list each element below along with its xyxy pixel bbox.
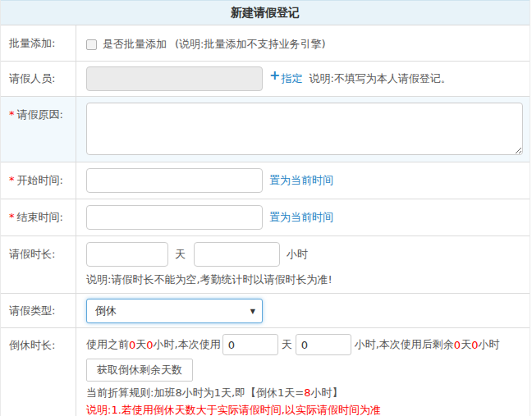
field-label-daoxiu-duration: 倒休时长: <box>1 328 76 416</box>
leave-type-selected-value: 倒休 <box>95 304 117 318</box>
field-label-start-time: *开始时间: <box>1 162 76 199</box>
unit-hour-label: 小时 <box>287 247 308 262</box>
end-time-input[interactable] <box>86 205 263 230</box>
leave-duration-content: 天 小时 说明:请假时长不能为空,考勤统计时以请假时长为准! <box>76 236 530 293</box>
duration-days-input[interactable] <box>86 242 168 267</box>
plus-icon: + <box>269 67 280 83</box>
assign-person-link[interactable]: 指定 <box>281 71 302 86</box>
field-label-text: 结束时间: <box>17 211 63 223</box>
unit-day-label: 天 <box>175 247 186 262</box>
daoxiu-remaining-days: 0 <box>454 339 461 351</box>
leave-type-content: 倒休 ▼ <box>76 294 530 327</box>
daoxiu-warning-note: 说明:1.若使用倒休天数大于实际请假时间,以实际请假时间为准 <box>86 404 530 416</box>
leave-reason-content <box>76 97 530 162</box>
daoxiu-text: 小时 <box>478 337 499 352</box>
field-label-text: 请假类型: <box>9 304 55 317</box>
get-daoxiu-remaining-button[interactable]: 获取倒休剩余天数 <box>86 359 193 382</box>
required-asterisk: * <box>9 108 15 121</box>
leave-reason-textarea[interactable] <box>86 103 523 155</box>
rule-text: 当前折算规则:加班8小时为1天,即【倒休1天= <box>86 386 304 399</box>
form-row-leave-duration: 请假时长: 天 小时 说明:请假时长不能为空,考勤统计时以请假时长为准! <box>1 236 530 294</box>
daoxiu-before-hours: 0 <box>146 339 153 351</box>
daoxiu-text: 小时,本次使用后剩余 <box>355 337 454 352</box>
field-label-leave-person: 请假人员: <box>1 62 76 96</box>
batch-add-content: 是否批量添加 (说明:批量添加不支持业务引擎) <box>76 25 530 61</box>
field-label-end-time: *结束时间: <box>1 199 76 235</box>
set-current-time-link-end[interactable]: 置为当前时间 <box>269 210 333 225</box>
form-title: 新建请假登记 <box>1 0 530 25</box>
daoxiu-text: 天 <box>135 337 146 352</box>
required-asterisk: * <box>9 211 15 223</box>
field-label-leave-reason: *请假原因: <box>1 97 76 162</box>
chevron-down-icon: ▼ <box>250 308 255 315</box>
duration-hours-input[interactable] <box>194 242 280 267</box>
leave-person-input <box>86 66 263 91</box>
field-label-text: 倒休时长: <box>9 339 55 351</box>
daoxiu-before-days: 0 <box>129 339 135 351</box>
daoxiu-usage-line: 使用之前0天0小时,本次使用 天 小时,本次使用后剩余0天0小时 <box>86 334 530 355</box>
field-label-text: 批量添加: <box>9 37 55 49</box>
form-row-leave-person: 请假人员: + 指定 说明:不填写为本人请假登记。 <box>1 62 530 97</box>
daoxiu-use-hours-input[interactable] <box>296 334 351 355</box>
field-label-text: 请假人员: <box>9 72 55 85</box>
field-label-text: 请假时长: <box>9 248 55 260</box>
form-row-batch-add: 批量添加: 是否批量添加 (说明:批量添加不支持业务引擎) <box>1 25 530 62</box>
leave-duration-note: 说明:请假时长不能为空,考勤统计时以请假时长为准! <box>86 272 530 287</box>
set-current-time-link-start[interactable]: 置为当前时间 <box>269 173 333 188</box>
daoxiu-content: 使用之前0天0小时,本次使用 天 小时,本次使用后剩余0天0小时 获取倒休剩余天… <box>76 328 530 416</box>
batch-add-note: (说明:批量添加不支持业务引擎) <box>175 37 326 52</box>
required-asterisk: * <box>9 174 15 186</box>
rule-text: 小时】 <box>311 386 343 399</box>
unit-day-label: 天 <box>282 337 292 352</box>
batch-add-checkbox[interactable] <box>86 39 97 50</box>
form-row-leave-type: 请假类型: 倒休 ▼ <box>1 294 530 328</box>
leave-person-content: + 指定 说明:不填写为本人请假登记。 <box>76 62 530 96</box>
start-time-content: 置为当前时间 <box>76 162 530 199</box>
form-row-leave-reason: *请假原因: <box>1 97 530 162</box>
leave-form-table: 新建请假登记 批量添加: 是否批量添加 (说明:批量添加不支持业务引擎) 请假人… <box>0 0 530 416</box>
daoxiu-conversion-rule: 当前折算规则:加班8小时为1天,即【倒休1天=8小时】 <box>86 386 530 400</box>
field-label-leave-type: 请假类型: <box>1 294 76 327</box>
form-row-start-time: *开始时间: 置为当前时间 <box>1 162 530 199</box>
field-label-text: 开始时间: <box>17 174 63 186</box>
form-row-daoxiu-duration: 倒休时长: 使用之前0天0小时,本次使用 天 小时,本次使用后剩余0天0小时 获… <box>1 328 530 416</box>
daoxiu-text: 小时,本次使用 <box>154 337 221 352</box>
rule-hours-red: 8 <box>304 386 310 399</box>
leave-type-select[interactable]: 倒休 ▼ <box>86 299 263 323</box>
end-time-content: 置为当前时间 <box>76 199 530 235</box>
daoxiu-text: 天 <box>461 337 471 352</box>
form-row-end-time: *结束时间: 置为当前时间 <box>1 199 530 236</box>
start-time-input[interactable] <box>86 168 263 193</box>
field-label-leave-duration: 请假时长: <box>1 236 76 293</box>
leave-form-page: 新建请假登记 批量添加: 是否批量添加 (说明:批量添加不支持业务引擎) 请假人… <box>0 0 532 416</box>
daoxiu-use-days-input[interactable] <box>222 334 278 355</box>
form-title-text: 新建请假登记 <box>231 6 300 21</box>
daoxiu-text: 使用之前 <box>86 337 129 352</box>
field-label-batch-add: 批量添加: <box>1 25 76 61</box>
field-label-text: 请假原因: <box>17 108 63 121</box>
leave-person-note: 说明:不填写为本人请假登记。 <box>309 71 451 86</box>
batch-add-checkbox-label: 是否批量添加 <box>103 37 167 52</box>
